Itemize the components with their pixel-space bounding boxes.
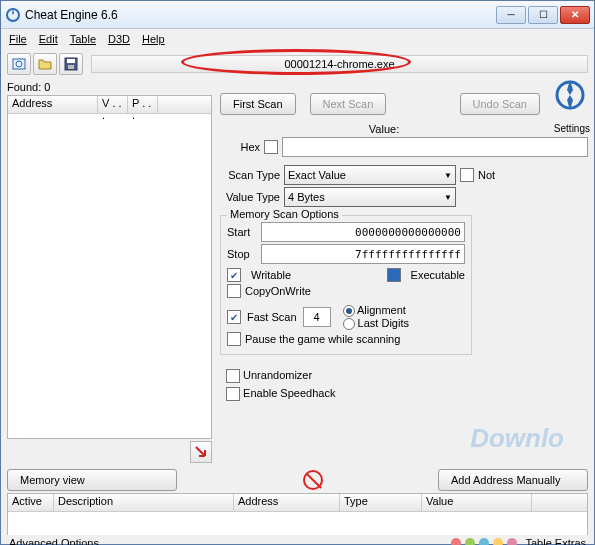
menu-table[interactable]: Table — [70, 33, 96, 45]
writable-label: Writable — [251, 269, 291, 281]
unrandomizer-checkbox[interactable] — [226, 369, 240, 383]
col-previous[interactable]: P . . . — [128, 96, 158, 113]
titlebar: Cheat Engine 6.6 ─ ☐ ✕ — [1, 1, 594, 29]
col-address[interactable]: Address — [8, 96, 98, 113]
writable-checkbox[interactable] — [227, 268, 241, 282]
last-digits-label: Last Digits — [358, 317, 409, 329]
menubar: File Edit Table D3D Help — [1, 29, 594, 49]
copyonwrite-checkbox[interactable] — [227, 284, 241, 298]
value-label: Value: — [369, 123, 399, 135]
add-to-list-button[interactable] — [190, 441, 212, 463]
menu-file[interactable]: File — [9, 33, 27, 45]
open-process-button[interactable] — [7, 53, 31, 75]
stop-label: Stop — [227, 248, 257, 260]
not-label: Not — [478, 169, 495, 181]
add-address-manually-button[interactable]: Add Address Manually — [438, 469, 588, 491]
value-type-label: Value Type — [220, 191, 280, 203]
close-button[interactable]: ✕ — [560, 6, 590, 24]
last-digits-radio[interactable] — [343, 318, 355, 330]
window-title: Cheat Engine 6.6 — [25, 8, 496, 22]
minimize-button[interactable]: ─ — [496, 6, 526, 24]
th-address[interactable]: Address — [234, 494, 340, 511]
memory-view-button[interactable]: Memory view — [7, 469, 177, 491]
results-list[interactable]: Address V . . . P . . . — [7, 95, 212, 439]
copyonwrite-label: CopyOnWrite — [245, 285, 311, 297]
th-value[interactable]: Value — [422, 494, 532, 511]
menu-d3d[interactable]: D3D — [108, 33, 130, 45]
th-type[interactable]: Type — [340, 494, 422, 511]
fast-scan-label: Fast Scan — [247, 311, 297, 323]
start-label: Start — [227, 226, 257, 238]
col-value[interactable]: V . . . — [98, 96, 128, 113]
hex-label: Hex — [220, 141, 260, 153]
no-sign-icon[interactable] — [303, 470, 323, 490]
svg-rect-4 — [67, 59, 75, 63]
address-table[interactable]: Active Description Address Type Value — [7, 493, 588, 535]
value-input[interactable] — [282, 137, 588, 157]
not-checkbox[interactable] — [460, 168, 474, 182]
mem-opts-label: Memory Scan Options — [227, 208, 342, 220]
th-description[interactable]: Description — [54, 494, 234, 511]
menu-help[interactable]: Help — [142, 33, 165, 45]
maximize-button[interactable]: ☐ — [528, 6, 558, 24]
first-scan-button[interactable]: First Scan — [220, 93, 296, 115]
pause-checkbox[interactable] — [227, 332, 241, 346]
save-button[interactable] — [59, 53, 83, 75]
svg-rect-5 — [68, 65, 74, 69]
fast-scan-checkbox[interactable] — [227, 310, 241, 324]
stop-input[interactable] — [261, 244, 465, 264]
th-active[interactable]: Active — [8, 494, 54, 511]
status-dots — [451, 538, 517, 545]
executable-checkbox[interactable] — [387, 268, 401, 282]
alignment-label: Alignment — [357, 304, 406, 316]
alignment-radio[interactable] — [343, 305, 355, 317]
scan-type-label: Scan Type — [220, 169, 280, 181]
memory-scan-options: Memory Scan Options Start Stop Writable — [220, 215, 472, 355]
unrandomizer-label: Unrandomizer — [243, 369, 312, 381]
executable-label: Executable — [411, 269, 465, 281]
app-logo-icon[interactable] — [554, 75, 586, 123]
fast-scan-input[interactable] — [303, 307, 331, 327]
value-type-select[interactable]: 4 Bytes▼ — [284, 187, 456, 207]
pause-label: Pause the game while scanning — [245, 333, 400, 345]
open-file-button[interactable] — [33, 53, 57, 75]
app-icon — [5, 7, 21, 23]
next-scan-button: Next Scan — [310, 93, 387, 115]
hex-checkbox[interactable] — [264, 140, 278, 154]
process-display: 00001214-chrome.exe — [91, 55, 588, 73]
table-extras-link[interactable]: Table Extras — [525, 537, 586, 545]
start-input[interactable] — [261, 222, 465, 242]
undo-scan-button: Undo Scan — [460, 93, 540, 115]
settings-link[interactable]: Settings — [554, 123, 590, 134]
speedhack-label: Enable Speedhack — [243, 387, 335, 399]
menu-edit[interactable]: Edit — [39, 33, 58, 45]
advanced-options-link[interactable]: Advanced Options — [9, 537, 99, 545]
process-name: 00001214-chrome.exe — [284, 58, 394, 70]
speedhack-checkbox[interactable] — [226, 387, 240, 401]
scan-type-select[interactable]: Exact Value▼ — [284, 165, 456, 185]
found-label: Found: 0 — [7, 79, 212, 95]
